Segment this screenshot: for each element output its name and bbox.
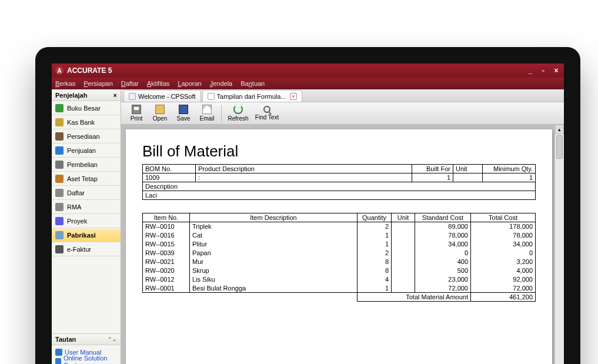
cell [392,231,415,240]
cell: RW--0021 [143,258,190,266]
module-icon [55,175,64,183]
sidebar-item-rma[interactable]: RMA [52,200,121,214]
report-title: Bill of Material [142,142,536,161]
sidebar-item-buku-besar[interactable]: Buku Besar [52,101,121,115]
cell: RW--0012 [143,275,190,284]
cell: 89,000 [415,222,471,231]
toolbar-separator [221,105,222,122]
cell: 3,200 [471,258,536,266]
sidebar-close-button[interactable]: × [113,92,117,99]
menu-jendela[interactable]: Jendela [210,80,233,87]
sidebar-item-label: Aset Tetap [67,175,98,182]
col-description: Description [143,182,536,191]
sidebar-item-kas-bank[interactable]: Kas Bank [52,115,121,129]
sidebar-item-label: e-Faktur [67,246,91,253]
document-viewport: ▴ ▾ Bill of Material BOM No. Product Des… [121,125,564,364]
save-button[interactable]: Save [172,103,195,124]
table-row: RW--0015Plitur134,00034,000 [143,240,536,249]
tab-close-button[interactable]: × [290,93,297,100]
sidebar-item-e-faktur[interactable]: e-Faktur [52,242,121,256]
maximize-button[interactable]: ▫ [539,66,547,75]
bom-header-table: BOM No. Product Description Built For Un… [142,164,536,200]
module-icon [55,231,64,239]
menu-persiapan[interactable]: Persiapan [83,80,113,87]
find-text-button[interactable]: Find Text [252,103,282,124]
cell: 78,000 [415,231,471,240]
sidebar-item-pembelian[interactable]: Pembelian [52,158,121,172]
scroll-up-button[interactable]: ▴ [555,125,564,134]
sidebar-item-daftar[interactable]: Daftar [52,186,121,200]
links-list: User ManualOnline Solution CenterFaceboo… [52,345,121,364]
sidebar-item-label: Buku Besar [67,105,101,112]
cell [392,249,415,258]
chevron-up-down-icon: ⌃⌄ [108,336,117,342]
open-button[interactable]: Open [148,103,172,124]
menu-aktifitas[interactable]: Aktifitas [147,80,170,87]
hdr-unit: Unit [392,213,415,222]
val-description: Laci [143,191,536,200]
hdr-total-cost: Total Cost [471,213,536,222]
sidebar-item-aset-tetap[interactable]: Aset Tetap [52,172,121,186]
module-icon [55,118,64,126]
report-toolbar: Print Open Save Email [121,102,564,125]
table-row: RW--0016Cat178,00078,000 [143,231,536,240]
cell [392,266,415,275]
cell [392,284,415,293]
sidebar: Penjelajah × Buku BesarKas BankPersediaa… [52,89,121,364]
cell: 4 [358,275,392,284]
hdr-item-desc: Item Description [190,213,358,222]
col-prod-desc: Product Description [196,165,412,173]
report-page: Bill of Material BOM No. Product Descrip… [126,129,552,364]
doc-tab[interactable]: Tampilan dari Formula...× [202,90,302,102]
print-button[interactable]: Print [125,103,148,124]
cell: 0 [415,249,471,258]
cell: Besi Bulat Rongga [190,284,358,293]
minimize-button[interactable]: _ [526,66,534,75]
email-button[interactable]: Email [195,103,219,124]
col-unit: Unit [453,165,483,173]
sidebar-item-pabrikasi[interactable]: Pabrikasi [52,228,121,242]
sidebar-item-label: Daftar [67,189,85,196]
val-bom-no: 1009 [143,173,196,182]
module-icon [55,217,64,225]
doc-tab[interactable]: Welcome - CPSSoft [123,90,201,102]
link-online-solution-center[interactable]: Online Solution Center [55,357,117,364]
val-min-qty: 1 [483,173,536,182]
menu-laporan[interactable]: Laporan [178,80,201,87]
module-icon [55,132,64,141]
cell: 34,000 [471,240,536,249]
tautan-header[interactable]: Tautan ⌃⌄ [52,333,121,345]
cell: 78,000 [471,231,536,240]
refresh-button[interactable]: Refresh [224,103,252,124]
main-area: Welcome - CPSSoftTampilan dari Formula..… [121,89,564,364]
col-built-for: Built For [412,165,453,173]
app-logo-icon: A [55,66,64,75]
link-icon [55,358,61,364]
col-bom-no: BOM No. [143,165,196,173]
items-table: Item No. Item Description Quantity Unit … [142,213,536,302]
cell: 72,000 [471,284,536,293]
scroll-thumb[interactable] [556,135,563,159]
cell: Plitur [190,240,358,249]
cell: RW--0010 [143,222,190,231]
app-title: ACCURATE 5 [67,66,112,75]
title-bar: A ACCURATE 5 _ ▫ × [52,64,564,78]
sidebar-item-proyek[interactable]: Proyek [52,214,121,228]
menu-daftar[interactable]: Daftar [121,80,139,87]
doc-tab-label: Welcome - CPSSoft [138,93,196,100]
module-icon [55,161,64,169]
vertical-scrollbar[interactable]: ▴ ▾ [554,125,564,364]
close-button[interactable]: × [552,66,560,75]
val-built-for: 1 [412,173,453,182]
val-prod-desc: : [196,173,412,182]
module-icon [55,104,64,112]
sidebar-item-penjualan[interactable]: Penjualan [52,143,121,158]
menu-bantuan[interactable]: Bantuan [240,80,265,87]
cell: RW--0015 [143,240,190,249]
menu-berkas[interactable]: Berkas [55,80,75,87]
sidebar-item-persediaan[interactable]: Persediaan [52,129,121,143]
cell: 500 [415,266,471,275]
hdr-qty: Quantity [358,213,392,222]
footer-label: Total Material Amount [358,293,471,302]
sidebar-item-label: Kas Bank [67,119,95,126]
